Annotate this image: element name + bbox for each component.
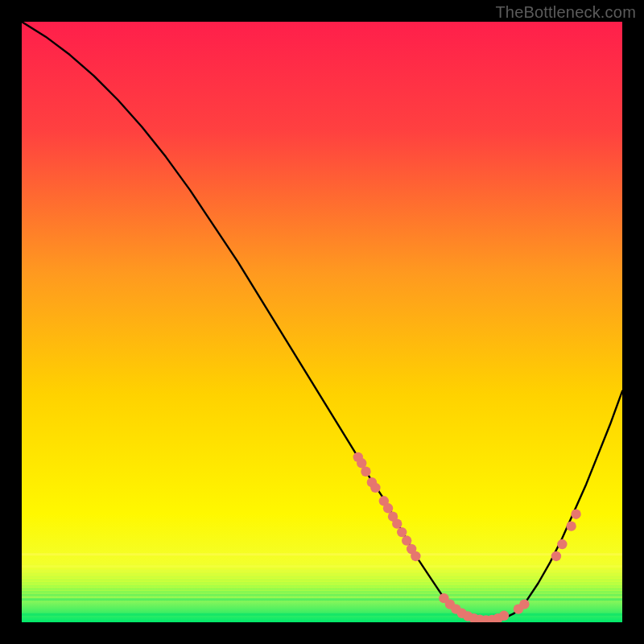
svg-rect-4 xyxy=(22,576,622,578)
svg-rect-5 xyxy=(22,579,622,581)
svg-rect-12 xyxy=(22,613,622,616)
watermark-text: TheBottleneck.com xyxy=(495,3,636,22)
bottleneck-chart xyxy=(22,22,622,622)
svg-rect-0 xyxy=(22,553,622,555)
svg-rect-7 xyxy=(22,584,622,587)
svg-rect-1 xyxy=(22,565,622,568)
gradient-background xyxy=(22,22,622,622)
data-marker xyxy=(383,503,393,513)
data-marker xyxy=(361,467,370,477)
data-marker xyxy=(571,510,580,519)
svg-rect-6 xyxy=(22,582,622,584)
data-marker xyxy=(499,611,509,621)
data-marker xyxy=(411,551,420,561)
svg-rect-2 xyxy=(22,570,622,572)
data-marker xyxy=(551,551,561,561)
svg-rect-8 xyxy=(22,588,622,590)
data-marker xyxy=(402,535,411,545)
data-marker xyxy=(566,521,576,530)
svg-rect-10 xyxy=(22,594,622,597)
svg-rect-11 xyxy=(22,598,622,601)
data-marker xyxy=(397,527,407,537)
svg-rect-3 xyxy=(22,573,622,576)
data-marker xyxy=(392,518,402,528)
data-marker xyxy=(519,599,529,609)
data-marker xyxy=(370,483,380,493)
chart-frame xyxy=(22,22,622,622)
data-marker xyxy=(557,539,567,549)
